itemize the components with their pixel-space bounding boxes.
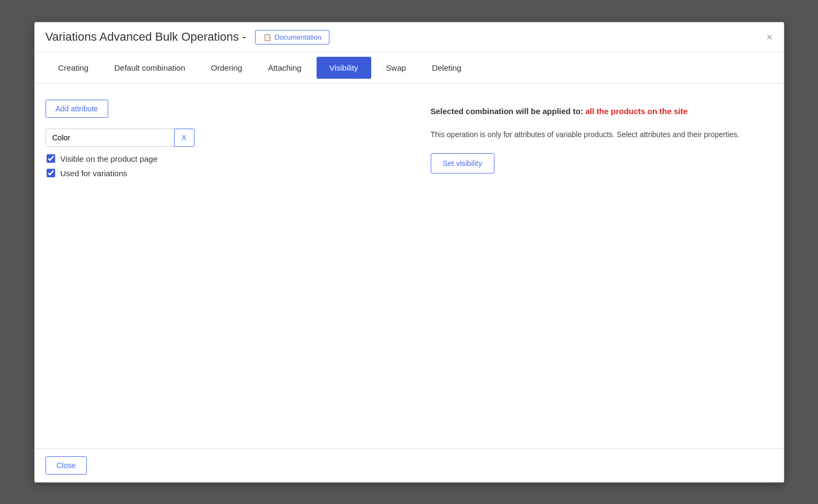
add-attribute-button[interactable]: Add attribute [46, 100, 108, 118]
set-visibility-button[interactable]: Set visibility [431, 153, 494, 174]
close-button[interactable]: Close [46, 456, 87, 475]
modal-footer: Close [35, 448, 784, 482]
tab-default-combination[interactable]: Default combination [101, 54, 198, 82]
variations-checkbox[interactable] [47, 169, 55, 177]
modal-close-button[interactable]: × [767, 32, 773, 42]
info-highlight: all the products on the site [586, 107, 688, 116]
info-text: Selected combination will be applied to:… [431, 105, 773, 118]
left-panel: Add attribute X Visible on the product p… [46, 100, 388, 432]
variations-label: Used for variations [61, 169, 127, 178]
info-prefix: Selected combination will be applied to: [431, 107, 586, 116]
tab-attaching[interactable]: Attaching [255, 54, 314, 82]
documentation-button[interactable]: 📋 Documentation [255, 30, 329, 44]
visible-label: Visible on the product page [61, 154, 158, 163]
doc-icon: 📋 [263, 33, 272, 41]
attribute-remove-button[interactable]: X [174, 129, 194, 147]
title-area: Variations Advanced Bulk Operations - 📋 … [46, 30, 329, 44]
tabs-bar: Creating Default combination Ordering At… [35, 52, 784, 84]
tab-swap[interactable]: Swap [373, 54, 419, 82]
right-panel: Selected combination will be applied to:… [409, 100, 773, 432]
modal-title: Variations Advanced Bulk Operations - [46, 30, 246, 44]
tab-visibility[interactable]: Visibility [317, 57, 371, 79]
attribute-row: X [46, 129, 388, 147]
tab-deleting[interactable]: Deleting [419, 54, 474, 82]
modal-header: Variations Advanced Bulk Operations - 📋 … [35, 22, 784, 52]
modal-body: Add attribute X Visible on the product p… [35, 84, 784, 448]
variations-checkbox-row: Used for variations [47, 169, 388, 178]
visible-checkbox[interactable] [47, 154, 55, 163]
tab-creating[interactable]: Creating [46, 54, 102, 82]
visible-checkbox-row: Visible on the product page [47, 154, 388, 163]
info-sub-text: This operation is only for attributes of… [431, 129, 773, 140]
modal-container: Variations Advanced Bulk Operations - 📋 … [34, 22, 784, 483]
tab-ordering[interactable]: Ordering [198, 54, 255, 82]
attribute-input[interactable] [46, 129, 174, 147]
